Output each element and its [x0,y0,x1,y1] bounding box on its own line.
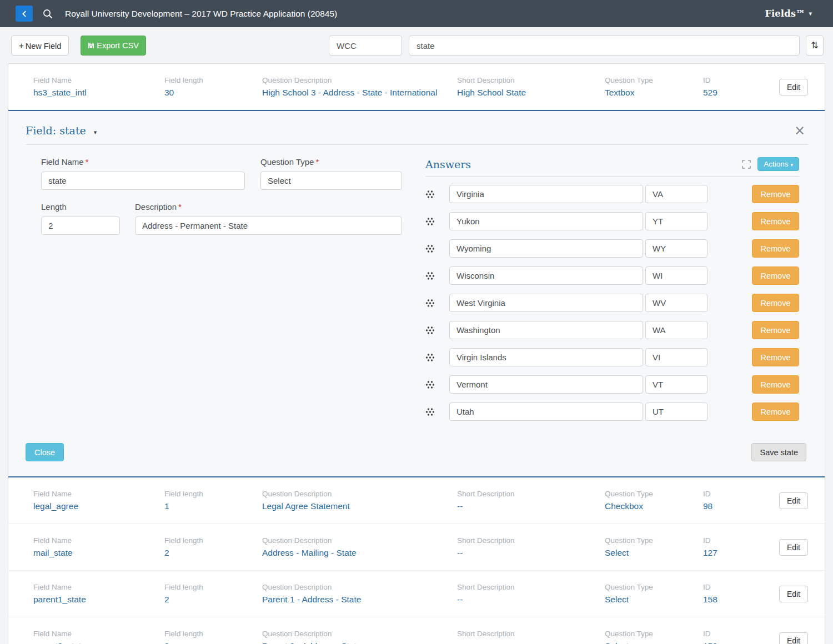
cell-short-description: Short Description -- [457,630,605,644]
answer-code-input[interactable] [645,321,707,339]
description-group: Description* [135,202,402,235]
actions-button[interactable]: Actions▾ [757,157,799,171]
sort-arrows-icon: ⇅ [811,40,818,51]
answer-name-input[interactable] [449,294,643,312]
edit-button[interactable]: Edit [779,586,808,602]
description-label: Description [135,202,177,212]
fullscreen-icon [742,160,751,169]
panel-body: Field Name* Question Type* Length Descri… [8,145,825,430]
answer-code-input[interactable] [645,185,707,203]
remove-button[interactable]: Remove [752,294,799,312]
answer-name-input[interactable] [449,348,643,366]
edit-button[interactable]: Edit [779,492,808,509]
plus-icon: + [19,41,24,50]
cell-id: ID 127 [703,536,772,558]
cell-question-type: Question Type Checkbox [605,490,703,511]
answer-code-input[interactable] [645,402,707,421]
answer-name-input[interactable] [449,402,643,421]
answer-code-input[interactable] [645,212,707,230]
drag-handle-icon[interactable] [425,271,435,280]
remove-button[interactable]: Remove [752,212,799,230]
drag-handle-icon[interactable] [425,380,435,389]
answers-divider [425,176,799,177]
description-input[interactable] [135,217,402,235]
chevron-left-icon [21,10,28,18]
answer-name-input[interactable] [449,239,643,258]
question-type-select[interactable] [260,172,402,190]
fullscreen-button[interactable] [742,160,751,169]
answers-list: Remove Remove [425,185,799,421]
question-type-group: Question Type* [260,157,402,190]
table-row[interactable]: Field Name legal_agree Field length 1 Qu… [8,477,825,524]
table-row[interactable]: Field Name parent2_state Field length 2 … [8,617,825,644]
answer-name-input[interactable] [449,185,643,203]
answer-code-input[interactable] [645,266,707,285]
answer-row: Remove [425,239,799,258]
back-button[interactable] [16,6,33,22]
answer-name-input[interactable] [449,266,643,285]
remove-button[interactable]: Remove [752,185,799,203]
remove-button[interactable]: Remove [752,402,799,421]
field-name-input[interactable] [41,172,245,190]
search-button[interactable] [43,9,53,19]
answer-name-input[interactable] [449,321,643,339]
table-row[interactable]: Field Name hs3_state_intl Field length 3… [8,64,825,110]
cell-field-name: Field Name legal_agree [33,490,164,511]
answers-title: Answers [425,158,471,170]
cell-field-name: Field Name parent2_state [33,630,164,644]
required-marker: * [178,202,182,212]
cell-id: ID 159 [703,630,772,644]
cell-short-description: Short Description -- [457,583,605,605]
export-csv-button[interactable]: Export CSV [81,36,146,56]
search-input[interactable] [409,36,800,56]
sort-button[interactable]: ⇅ [806,36,824,56]
chevron-down-icon: ▾ [790,162,793,168]
remove-button[interactable]: Remove [752,348,799,366]
remove-button[interactable]: Remove [752,321,799,339]
close-icon[interactable]: × [794,124,805,137]
length-input[interactable] [41,217,120,235]
field-editor-panel: Field: state ▾ × Field Name* Question Ty… [8,111,825,476]
cell-short-description: Short Description -- [457,536,605,558]
cell-field-name: Field Name parent1_state [33,583,164,605]
save-state-button[interactable]: Save state [751,443,806,461]
chevron-down-icon: ▾ [809,10,812,17]
table-row[interactable]: Field Name parent1_state Field length 2 … [8,570,825,617]
answer-row: Remove [425,185,799,203]
drag-handle-icon[interactable] [425,353,435,362]
panel-title-dropdown[interactable]: Field: state ▾ [26,124,97,137]
answer-row: Remove [425,294,799,312]
field-name-group: Field Name* [41,157,245,190]
answer-name-input[interactable] [449,212,643,230]
remove-button[interactable]: Remove [752,239,799,258]
remove-button[interactable]: Remove [752,375,799,394]
edit-button[interactable]: Edit [779,632,808,644]
edit-button[interactable]: Edit [779,79,808,95]
drag-handle-icon[interactable] [425,326,435,335]
cell-short-description: Short Description -- [457,490,605,511]
answer-code-input[interactable] [645,294,707,312]
table-row[interactable]: Field Name mail_state Field length 2 Que… [8,524,825,570]
filter-input[interactable] [329,36,402,56]
drag-handle-icon[interactable] [425,217,435,226]
cell-question-description: Question Description Parent 1 - Address … [262,583,457,605]
rows-below-panel: Field Name legal_agree Field length 1 Qu… [8,477,825,644]
answer-code-input[interactable] [645,375,707,394]
drag-handle-icon[interactable] [425,190,435,199]
field-form: Field Name* Question Type* Length Descri… [41,157,402,430]
drag-handle-icon[interactable] [425,299,435,308]
remove-button[interactable]: Remove [752,266,799,285]
cell-question-description: Question Description Legal Agree Stateme… [262,490,457,511]
drag-handle-icon[interactable] [425,407,435,416]
page-title: Royall University Development – 2017 WD … [65,9,337,19]
close-button[interactable]: Close [26,443,64,461]
question-type-label: Question Type [260,157,314,167]
new-field-button[interactable]: +New Field [11,36,69,56]
answer-name-input[interactable] [449,375,643,394]
edit-button[interactable]: Edit [779,539,808,556]
fields-table: Field Name hs3_state_intl Field length 3… [8,63,825,644]
drag-handle-icon[interactable] [425,244,435,253]
answer-code-input[interactable] [645,348,707,366]
answer-code-input[interactable] [645,239,707,258]
brand-menu[interactable]: Fields™ ▾ [765,8,812,19]
